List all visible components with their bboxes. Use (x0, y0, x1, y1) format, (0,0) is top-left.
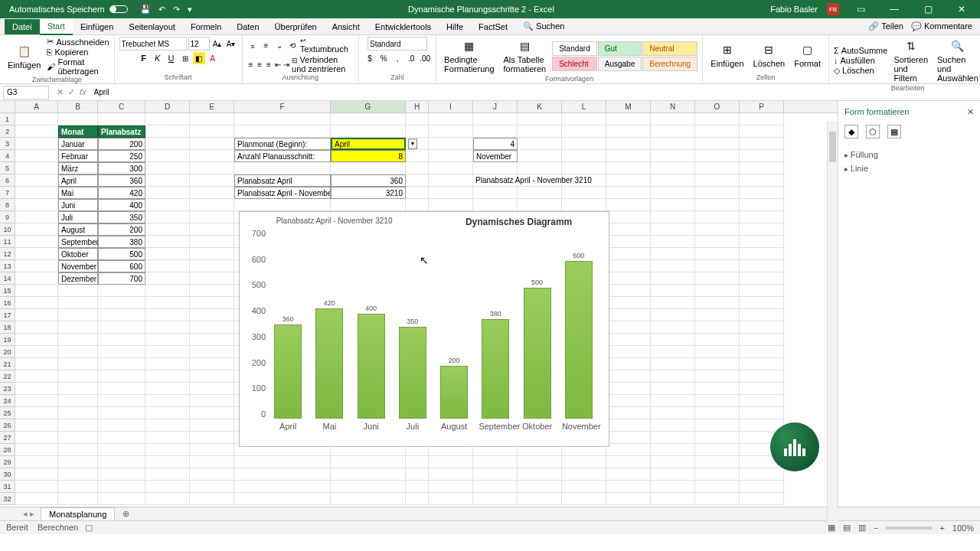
cell-J6[interactable]: Planabsatz April - November 3210 (473, 174, 518, 187)
cell-M4[interactable] (606, 150, 651, 162)
cell-N25[interactable] (651, 407, 695, 419)
clear-button[interactable]: ◇ Löschen (834, 66, 887, 76)
row-header-32[interactable]: 32 (0, 493, 15, 505)
cell-O1[interactable] (695, 113, 740, 126)
cell-B21[interactable] (58, 358, 98, 370)
col-header-N[interactable]: N (651, 101, 695, 112)
cell-E6[interactable] (190, 174, 234, 187)
cell-P13[interactable] (740, 260, 784, 272)
cell-F30[interactable] (234, 468, 331, 481)
cell-P12[interactable] (740, 248, 784, 260)
cell-K3[interactable] (518, 138, 562, 150)
cell-N17[interactable] (651, 309, 695, 321)
cell-E19[interactable] (190, 334, 234, 346)
cell-A15[interactable] (15, 285, 58, 297)
cell-A4[interactable] (15, 150, 58, 162)
cell-G32[interactable] (331, 493, 406, 505)
cell-A24[interactable] (15, 395, 58, 407)
cell-O24[interactable] (695, 395, 740, 407)
cut-button[interactable]: ✂ Ausschneiden (47, 37, 109, 47)
cell-J31[interactable] (473, 481, 518, 493)
cell-P31[interactable] (740, 481, 784, 493)
bar-September[interactable] (482, 319, 509, 419)
cell-N24[interactable] (651, 395, 695, 407)
cell-N27[interactable] (651, 432, 695, 444)
cell-C4[interactable]: 250 (98, 150, 145, 162)
cell-C20[interactable] (98, 346, 145, 358)
cell-F29[interactable] (234, 456, 331, 468)
cell-C12[interactable]: 500 (98, 248, 145, 260)
cell-D30[interactable] (145, 468, 190, 481)
font-name-select[interactable] (119, 37, 187, 51)
cell-B20[interactable] (58, 346, 98, 358)
cell-A5[interactable] (15, 162, 58, 174)
comma-icon[interactable]: , (391, 52, 403, 64)
cell-F5[interactable] (234, 162, 331, 174)
cell-N11[interactable] (651, 236, 695, 248)
cell-D17[interactable] (145, 309, 190, 321)
cell-I8[interactable] (429, 199, 473, 211)
cell-D27[interactable] (145, 432, 190, 444)
conditional-formatting-button[interactable]: ▦Bedingte Formatierung (441, 37, 497, 75)
cell-E25[interactable] (190, 407, 234, 419)
tab-daten[interactable]: Daten (229, 19, 266, 34)
tab-ueberpruefen[interactable]: Überprüfen (267, 19, 325, 34)
cell-F3[interactable]: Planmonat (Beginn): (234, 138, 331, 150)
cell-N28[interactable] (651, 444, 695, 456)
cell-J7[interactable] (473, 187, 518, 199)
cell-O17[interactable] (695, 309, 740, 321)
cell-O29[interactable] (695, 456, 740, 468)
cell-N9[interactable] (651, 211, 695, 223)
cell-B19[interactable] (58, 334, 98, 346)
cell-O22[interactable] (695, 370, 740, 383)
cell-A17[interactable] (15, 309, 58, 321)
cell-I7[interactable] (429, 187, 473, 199)
merge-center-button[interactable]: ⊟ Verbinden und zentrieren (292, 55, 354, 73)
cell-F1[interactable] (234, 113, 331, 126)
cell-J29[interactable] (473, 456, 518, 468)
cell-M23[interactable] (606, 383, 651, 395)
cell-M20[interactable] (606, 346, 651, 358)
row-header-17[interactable]: 17 (0, 309, 15, 321)
cell-C16[interactable] (98, 297, 145, 309)
cell-M2[interactable] (606, 126, 651, 138)
cell-O23[interactable] (695, 383, 740, 395)
cell-O9[interactable] (695, 211, 740, 223)
cell-C3[interactable]: 200 (98, 138, 145, 150)
align-left-icon[interactable]: ≡ (247, 58, 255, 70)
cell-E28[interactable] (190, 444, 234, 456)
cell-K32[interactable] (518, 493, 562, 505)
cell-E23[interactable] (190, 383, 234, 395)
cell-K30[interactable] (518, 468, 562, 481)
cell-L6[interactable] (562, 174, 606, 187)
wrap-text-button[interactable]: ↩ Textumbruch (300, 37, 354, 54)
align-top-icon[interactable]: ⌅ (247, 39, 259, 51)
cell-N10[interactable] (651, 223, 695, 236)
cell-A1[interactable] (15, 113, 58, 126)
cell-M30[interactable] (606, 468, 651, 481)
cell-H31[interactable] (406, 481, 429, 493)
cell-J4[interactable]: November (473, 150, 518, 162)
cell-D14[interactable] (145, 272, 190, 285)
row-header-14[interactable]: 14 (0, 272, 15, 285)
cell-A11[interactable] (15, 236, 58, 248)
cell-N22[interactable] (651, 370, 695, 383)
cell-L32[interactable] (562, 493, 606, 505)
cell-E13[interactable] (190, 260, 234, 272)
tab-entwicklertools[interactable]: Entwicklertools (368, 19, 439, 34)
cell-L31[interactable] (562, 481, 606, 493)
cell-I29[interactable] (429, 456, 473, 468)
cell-C2[interactable]: Planabsatz (98, 126, 145, 138)
cell-P10[interactable] (740, 223, 784, 236)
section-linie[interactable]: ▸ Linie (844, 161, 974, 175)
cell-E9[interactable] (190, 211, 234, 223)
cell-E2[interactable] (190, 126, 234, 138)
cell-H5[interactable] (406, 162, 429, 174)
cell-D6[interactable] (145, 174, 190, 187)
cell-N6[interactable] (651, 174, 695, 187)
italic-button[interactable]: K (152, 52, 164, 64)
cell-I1[interactable] (429, 113, 473, 126)
cell-F2[interactable] (234, 126, 331, 138)
cell-H1[interactable] (406, 113, 429, 126)
cancel-formula-icon[interactable]: ✕ (57, 87, 64, 97)
